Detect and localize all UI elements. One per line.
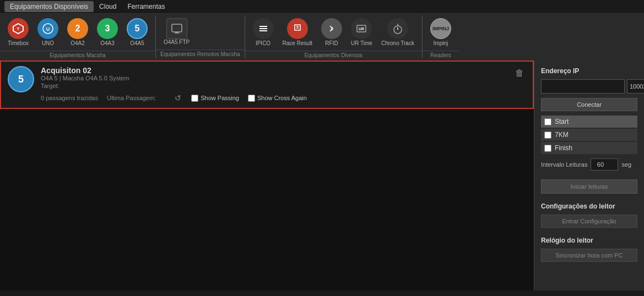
device-urtime[interactable]: UR UR Time [348, 16, 376, 48]
passings-text: 0 passagens trazidas [41, 95, 98, 101]
iniciar-button[interactable]: Iniciar leituras [541, 179, 637, 194]
checkpoint-finish[interactable]: Finish [541, 142, 637, 154]
group-macsha: T Timebox U UNO 2 O4A2 3 O4A3 5 O4A5 [0, 14, 155, 61]
checkpoint-start[interactable]: Start [541, 116, 637, 128]
readers-group-label: Readers [423, 51, 459, 61]
impinj-label: Impinj [434, 40, 448, 46]
svg-text:U: U [46, 26, 50, 32]
connect-button[interactable]: Conectar [541, 98, 637, 111]
group-readers: IMPINJ Impinj Readers [423, 14, 459, 61]
diversos-icons-row: IPICO Race Result RFID UR UR Time [245, 14, 422, 51]
group-diversos: IPICO Race Result RFID UR UR Time [245, 14, 422, 61]
checkpoint-list: Start 7KM Finish [541, 116, 637, 154]
rfid-label: RFID [325, 40, 338, 46]
readers-icons-row: IMPINJ Impinj [423, 14, 459, 51]
device-ipico[interactable]: IPICO [250, 16, 277, 48]
port-input[interactable] [627, 79, 644, 94]
timebox-label: Timebox [8, 40, 29, 46]
sync-button[interactable]: Sincronizar hora com PC [541, 249, 637, 262]
device-info: Acquisiton 02 O4A 5 | Macsha O4A 5.0 Sys… [41, 66, 506, 103]
right-panel: Endereço IP Conectar Start 7KM Finish In… [534, 61, 644, 290]
config-button[interactable]: Entrar Configuração [541, 215, 637, 228]
o4a2-icon: 2 [67, 18, 88, 39]
show-cross-label[interactable]: Show Cross Again [248, 95, 307, 102]
device-target: Target: [41, 83, 506, 89]
device-uno[interactable]: U UNO [34, 16, 62, 48]
o4a5-icon: 5 [127, 18, 148, 39]
device-raceresult[interactable]: Race Result [279, 16, 316, 48]
left-panel: 5 Acquisiton 02 O4A 5 | Macsha O4A 5.0 S… [0, 61, 534, 290]
svg-rect-4 [172, 24, 182, 32]
checkpoint-start-label: Start [555, 118, 569, 125]
menu-ferramentas[interactable]: Ferramentas [122, 1, 170, 12]
chronotrack-icon [387, 18, 408, 39]
checkpoint-start-checkbox[interactable] [544, 118, 551, 125]
o4a5-label: O4A5 [130, 40, 144, 46]
menu-equipamentos[interactable]: Equipamentos Disponíveis [4, 1, 94, 12]
uno-label: UNO [42, 40, 54, 46]
device-o4a3[interactable]: 3 O4A3 [94, 16, 121, 48]
rfid-icon [321, 18, 342, 39]
checkpoint-7km-label: 7KM [555, 131, 569, 139]
config-section-title: Configurações do leitor [541, 202, 637, 210]
main-content: 5 Acquisiton 02 O4A 5 | Macsha O4A 5.0 S… [0, 61, 644, 290]
macsha-icons-row: T Timebox U UNO 2 O4A2 3 O4A3 5 O4A5 [0, 14, 155, 51]
interval-label: Intervalo Leituras [541, 161, 587, 168]
interval-unit: seg [621, 161, 631, 168]
show-passing-checkbox[interactable] [191, 95, 198, 102]
delete-button[interactable]: 🗑 [513, 66, 526, 80]
interval-input[interactable] [591, 158, 618, 171]
urtime-label: UR Time [351, 40, 372, 46]
chronotrack-label: Chrono Track [381, 40, 414, 46]
raceresult-icon [287, 18, 308, 39]
relogio-section-title: Relógio do leitor [541, 237, 637, 244]
svg-text:UR: UR [359, 27, 364, 31]
ip-input[interactable] [541, 79, 625, 94]
o4a3-label: O4A3 [100, 40, 115, 46]
macsha-group-label: Equipamentos Macsha [0, 51, 155, 61]
device-chronotrack[interactable]: Chrono Track [378, 16, 418, 48]
show-passing-text: Show Passing [201, 95, 239, 101]
checkpoint-7km[interactable]: 7KM [541, 129, 637, 141]
menu-cloud[interactable]: Cloud [94, 1, 122, 12]
device-impinj[interactable]: IMPINJ Impinj [427, 16, 454, 48]
o4a5ftp-icon [166, 18, 187, 39]
diversos-group-label: Equipamentos Diversos [245, 51, 422, 61]
timebox-icon: T [8, 18, 29, 39]
menu-bar: Equipamentos Disponíveis Cloud Ferrament… [0, 0, 644, 14]
device-o4a2[interactable]: 2 O4A2 [64, 16, 91, 48]
checkpoint-finish-label: Finish [555, 144, 572, 152]
ip-label: Endereço IP [541, 67, 637, 75]
ipico-icon [253, 18, 274, 39]
device-avatar: 5 [8, 66, 34, 92]
ultima-text: Ultima Passagem: [107, 95, 156, 101]
device-timebox[interactable]: T Timebox [4, 16, 32, 48]
device-o4a5[interactable]: 5 O4A5 [123, 16, 151, 48]
urtime-icon: UR [351, 18, 372, 39]
svg-text:T: T [17, 26, 20, 31]
impinj-icon: IMPINJ [430, 18, 451, 39]
device-toolbar: T Timebox U UNO 2 O4A2 3 O4A3 5 O4A5 [0, 14, 644, 61]
remotos-icons-row: O4A5 FTP [156, 14, 245, 50]
device-rfid[interactable]: RFID [318, 16, 345, 48]
group-remotos: O4A5 FTP Equipamentos Remotos Macsha [156, 14, 245, 61]
remotos-group-label: Equipamentos Remotos Macsha [156, 50, 245, 59]
device-row: 0 passagens trazidas Ultima Passagem: ↺ … [41, 92, 506, 103]
o4a3-icon: 3 [97, 18, 118, 39]
device-subtitle: O4A 5 | Macsha O4A 5.0 System [41, 75, 506, 81]
show-cross-checkbox[interactable] [248, 95, 255, 102]
uno-icon: U [37, 18, 58, 39]
o4a5ftp-label: O4A5 FTP [164, 39, 190, 45]
device-card: 5 Acquisiton 02 O4A 5 | Macsha O4A 5.0 S… [0, 61, 534, 109]
device-o4a5ftp[interactable]: O4A5 FTP [160, 16, 193, 47]
checkpoint-finish-checkbox[interactable] [544, 145, 551, 152]
refresh-button[interactable]: ↺ [174, 92, 182, 103]
show-passing-label[interactable]: Show Passing [191, 95, 239, 102]
show-cross-text: Show Cross Again [257, 95, 307, 101]
raceresult-label: Race Result [283, 40, 312, 46]
target-label: Target: [41, 83, 59, 89]
ip-row [541, 79, 637, 94]
checkpoint-7km-checkbox[interactable] [544, 131, 551, 139]
ipico-label: IPICO [256, 40, 270, 46]
device-name: Acquisiton 02 [41, 66, 506, 75]
